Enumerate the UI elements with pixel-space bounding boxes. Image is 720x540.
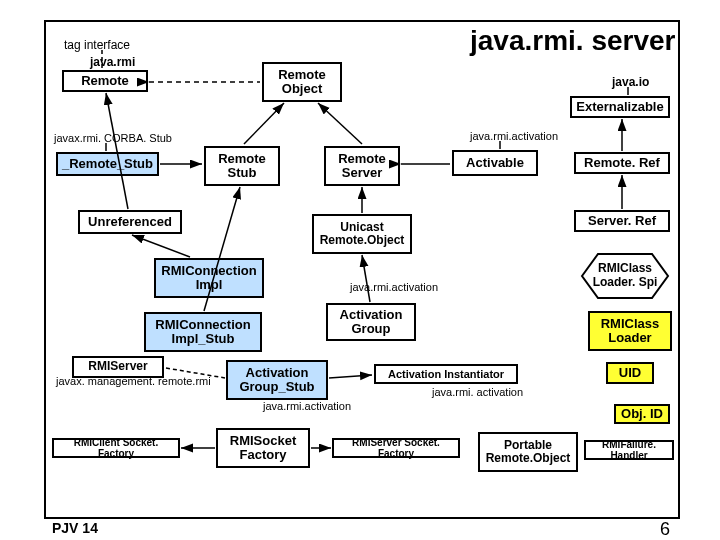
box-server-ref: Server. Ref [574, 210, 670, 232]
box-activation-group: Activation Group [326, 303, 416, 341]
svg-text:RMIClass: RMIClass [598, 261, 652, 275]
box-remote-stub-u: _Remote_Stub [56, 152, 159, 176]
text-act-group-stub: Activation Group_Stub [230, 366, 324, 395]
label-activation-1: java.rmi.activation [470, 130, 558, 142]
box-remote: Remote [62, 70, 148, 92]
box-rmi-failure-handler: RMIFailure. Handler [584, 440, 674, 460]
box-remote-stub: Remote Stub [204, 146, 280, 186]
box-remote-server: Remote Server [324, 146, 400, 186]
footer-right: 6 [660, 519, 670, 540]
text-rmi-class-loader: RMIClass Loader [592, 317, 668, 346]
box-rmi-client-socket-factory: RMIClient Socket. Factory [52, 438, 180, 458]
box-uid: UID [606, 362, 654, 384]
box-activation-instantiator: Activation Instantiator [374, 364, 518, 384]
box-unicast-remote-object: Unicast Remote.Object [312, 214, 412, 254]
box-rmi-server: RMIServer [72, 356, 164, 378]
box-unreferenced: Unreferenced [78, 210, 182, 234]
box-obj-id: Obj. ID [614, 404, 670, 424]
box-portable-remote-object: Portable Remote.Object [478, 432, 578, 472]
page-title: java.rmi. server [470, 25, 676, 57]
label-activation-3: java.rmi. activation [432, 386, 523, 398]
text-portable: Portable Remote.Object [482, 439, 574, 465]
text-rmi-conn-impl-stub: RMIConnection Impl_Stub [148, 318, 258, 347]
box-rmi-connection-impl: RMIConnection Impl [154, 258, 264, 298]
box-rmi-connection-impl-stub: RMIConnection Impl_Stub [144, 312, 262, 352]
label-corba-stub: javax.rmi. CORBA. Stub [54, 132, 172, 144]
hex-rmi-class-loader-spi: RMIClass Loader. Spi [570, 252, 680, 300]
box-rmi-class-loader: RMIClass Loader [588, 311, 672, 351]
label-java-io: java.io [612, 75, 649, 89]
footer-left: PJV 14 [52, 520, 98, 536]
text-rmi-conn-impl: RMIConnection Impl [158, 264, 260, 293]
label-activation-2: java.rmi.activation [350, 281, 438, 293]
text-unicast: Unicast Remote.Object [316, 221, 408, 247]
label-java-rmi: java.rmi [90, 55, 135, 69]
label-activation-4: java.rmi.activation [263, 400, 351, 412]
box-remote-ref: Remote. Ref [574, 152, 670, 174]
box-remote-object: Remote Object [262, 62, 342, 102]
box-externalizable: Externalizable [570, 96, 670, 118]
box-rmi-socket-factory: RMISocket Factory [216, 428, 310, 468]
box-rmi-server-socket-factory: RMIServer Socket. Factory [332, 438, 460, 458]
svg-text:Loader. Spi: Loader. Spi [593, 275, 658, 289]
box-activation-group-stub: Activation Group_Stub [226, 360, 328, 400]
label-tag-interface: tag interface [64, 38, 130, 52]
box-activable: Activable [452, 150, 538, 176]
text-rmi-socket-factory: RMISocket Factory [220, 434, 306, 463]
